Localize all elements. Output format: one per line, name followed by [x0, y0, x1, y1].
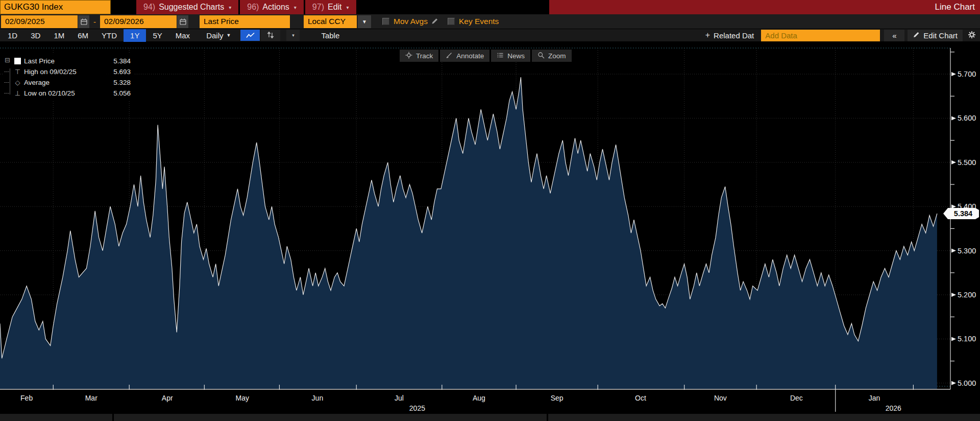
collapse-panel-button[interactable]: «: [884, 30, 904, 41]
annotate-pencil-icon: [446, 52, 453, 60]
legend-row-last-price[interactable]: ⊟ Last Price 5.384: [6, 56, 131, 66]
legend-value: 5.384: [113, 57, 131, 65]
calendar-icon[interactable]: [78, 15, 89, 28]
legend-label: Last Price: [24, 57, 55, 65]
legend-label: Low on 02/10/25: [24, 89, 75, 97]
svg-text:Dec: Dec: [790, 394, 803, 402]
track-label: Track: [416, 52, 433, 60]
svg-text:Feb: Feb: [20, 394, 33, 402]
svg-text:Mar: Mar: [85, 394, 97, 402]
svg-text:5.200: 5.200: [958, 291, 976, 299]
menu-label: Edit: [328, 3, 342, 12]
news-button[interactable]: News: [491, 50, 530, 62]
legend-value: 5.693: [113, 68, 131, 76]
zoom-button[interactable]: Zoom: [532, 50, 572, 62]
plus-icon: +: [705, 31, 710, 40]
menu-label: Suggested Charts: [159, 3, 224, 12]
menu-bar-gap: [356, 0, 549, 14]
last-price-axis-badge: 5.384: [943, 208, 979, 219]
chart-panel: FebMarAprMayJunJulAugSepOctNovDecJan2025…: [0, 42, 980, 414]
chevron-down-icon: ▾: [229, 5, 231, 10]
key-events-checkbox[interactable]: [448, 18, 455, 25]
table-button[interactable]: Table: [308, 29, 353, 42]
menu-group: 94) Suggested Charts ▾ 96) Actions ▾ 97)…: [136, 0, 356, 14]
legend-value: 5.328: [113, 79, 131, 86]
svg-text:Aug: Aug: [473, 394, 485, 402]
range-max-button[interactable]: Max: [169, 29, 197, 42]
bloomberg-terminal-window: { "title_bar": { "ticker": "GUKG30 Index…: [0, 0, 980, 421]
news-list-icon: [497, 52, 504, 60]
svg-text:5.100: 5.100: [958, 335, 976, 343]
date-to-input[interactable]: 02/09/2026: [100, 15, 177, 28]
bottom-panel-edge: [0, 414, 980, 421]
currency-select[interactable]: Local CCY: [304, 15, 357, 28]
range-1d-button[interactable]: 1D: [1, 29, 24, 42]
range-1m-button[interactable]: 1M: [47, 29, 71, 42]
svg-text:Oct: Oct: [635, 394, 646, 402]
bar-chart-type-button[interactable]: [261, 30, 280, 41]
svg-text:2025: 2025: [409, 404, 425, 412]
add-data-input[interactable]: [761, 30, 880, 41]
chart-controls-bar: 02/09/2025 - 02/09/2026 Last Price Local…: [0, 14, 980, 29]
svg-text:Sep: Sep: [551, 394, 564, 402]
line-chart-type-button[interactable]: [240, 30, 260, 41]
range-3d-button[interactable]: 3D: [24, 29, 47, 42]
settings-button[interactable]: [968, 31, 976, 40]
legend-row-low[interactable]: ⊥ Low on 02/10/25 5.056: [6, 88, 131, 99]
svg-text:Jun: Jun: [312, 394, 324, 402]
svg-text:5.700: 5.700: [958, 70, 976, 78]
edit-chart-button[interactable]: Edit Chart: [908, 30, 963, 41]
ticker-input[interactable]: GUKG30 Index: [0, 0, 111, 14]
news-label: News: [507, 52, 525, 60]
range-1y-button[interactable]: 1Y: [124, 29, 146, 42]
range-6m-button[interactable]: 6M: [71, 29, 95, 42]
low-marker-icon: ⊥: [14, 89, 21, 97]
related-data-label: Related Dat: [714, 31, 754, 40]
legend-collapse-icon[interactable]: ⊟: [5, 56, 10, 64]
high-marker-icon: ⊤: [14, 68, 21, 76]
legend-row-high[interactable]: ⊤ High on 09/02/25 5.693: [6, 66, 131, 77]
menu-suggested-charts[interactable]: 94) Suggested Charts ▾: [136, 0, 238, 14]
key-events-label: Key Events: [459, 17, 499, 26]
legend-value: 5.056: [113, 89, 131, 97]
track-button[interactable]: Track: [400, 50, 438, 62]
mov-avgs-checkbox[interactable]: [382, 18, 389, 25]
range-ytd-button[interactable]: YTD: [95, 29, 124, 42]
menu-actions[interactable]: 96) Actions ▾: [240, 0, 304, 14]
chevron-down-icon: ▾: [294, 5, 297, 10]
chevron-down-icon: ▼: [226, 33, 231, 38]
panel-divider: [547, 414, 548, 421]
annotate-label: Annotate: [456, 52, 484, 60]
crosshair-icon: [405, 52, 412, 60]
currency-dropdown-button[interactable]: ▼: [358, 15, 371, 28]
calendar-icon[interactable]: [177, 15, 188, 28]
menu-edit[interactable]: 97) Edit ▾: [305, 0, 356, 14]
date-range-separator: -: [93, 17, 96, 26]
price-field-select[interactable]: Last Price: [200, 15, 290, 28]
svg-text:May: May: [236, 394, 249, 402]
chart-type-dropdown-button[interactable]: ▾: [286, 30, 300, 41]
chart-tools-toolbar: Track Annotate News Zoom: [400, 50, 572, 62]
top-menu-bar: GUKG30 Index 94) Suggested Charts ▾ 96) …: [0, 0, 980, 14]
up-down-arrows-icon: [266, 31, 275, 40]
svg-text:5.500: 5.500: [958, 158, 976, 167]
menu-number: 96): [247, 3, 259, 12]
range-5y-button[interactable]: 5Y: [146, 29, 168, 42]
related-data-button[interactable]: + Related Dat: [705, 31, 754, 40]
chart-legend: ⊟ Last Price 5.384 ⊤ High on 09/02/25 5.…: [4, 54, 134, 101]
svg-text:5.600: 5.600: [958, 114, 976, 122]
period-select[interactable]: Daily ▼: [200, 29, 237, 42]
svg-text:2026: 2026: [886, 404, 901, 412]
svg-text:Jul: Jul: [395, 394, 404, 402]
date-from-input[interactable]: 02/09/2025: [1, 15, 78, 28]
pencil-icon[interactable]: [431, 18, 438, 25]
average-marker-icon: ◇: [14, 79, 21, 86]
price-chart[interactable]: FebMarAprMayJunJulAugSepOctNovDecJan2025…: [0, 42, 980, 414]
function-title-area: Line Chart: [549, 0, 980, 14]
annotate-button[interactable]: Annotate: [440, 50, 489, 62]
svg-text:5.300: 5.300: [958, 247, 976, 255]
legend-row-average[interactable]: ◇ Average 5.328: [6, 77, 131, 88]
menu-number: 94): [143, 3, 155, 12]
edit-chart-label: Edit Chart: [923, 31, 958, 40]
chevron-down-icon: ▾: [292, 33, 295, 38]
